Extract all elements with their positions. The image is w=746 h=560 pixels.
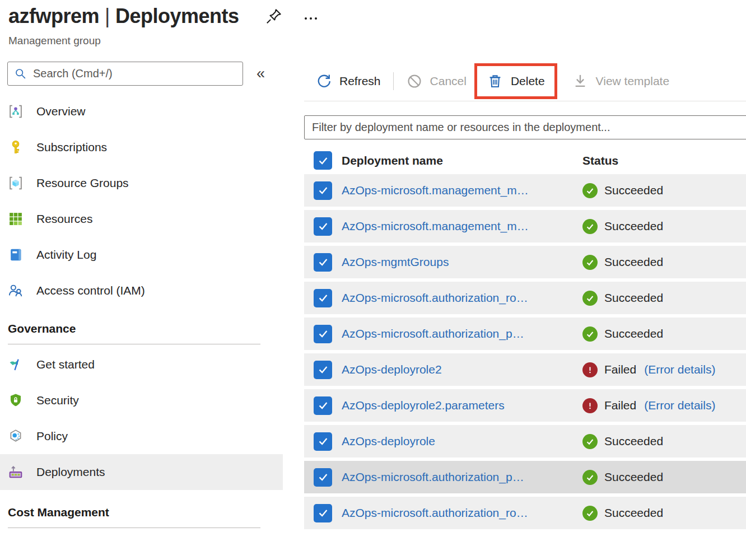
sidebar-item-security[interactable]: Security [0, 382, 283, 418]
filter-input[interactable] [304, 115, 746, 139]
blade-name: Deployments [115, 4, 239, 27]
column-header-deployment-name[interactable]: Deployment name [334, 154, 582, 167]
status-label: Succeeded [604, 220, 663, 233]
table-row: AzOps-deployrole2 Failed(Error details) [304, 353, 746, 386]
sidebar-item-deployments[interactable]: Deployments [0, 454, 283, 490]
table-row: AzOps-microsoft.authorization_ro… Succee… [304, 282, 746, 314]
section-divider [8, 344, 260, 344]
check-icon [317, 155, 329, 167]
refresh-button[interactable]: Refresh [315, 73, 381, 90]
sidebar-item-label: Resources [36, 212, 92, 226]
section-divider [8, 528, 260, 528]
toolbar-divider [393, 72, 394, 90]
deployment-link[interactable]: AzOps-microsoft.authorization_ro… [342, 291, 582, 305]
sidebar-item-label: Access control (IAM) [36, 284, 145, 297]
sidebar-item-label: Overview [36, 105, 86, 118]
succeeded-icon [582, 219, 598, 234]
hexagon-policy-icon [8, 428, 24, 444]
search-icon [14, 67, 27, 81]
sidebar-item-activity-log[interactable]: Activity Log [0, 237, 283, 273]
row-checkbox[interactable] [314, 181, 332, 200]
sidebar-item-label: Subscriptions [36, 141, 107, 154]
status-label: Succeeded [604, 435, 663, 448]
main-content: Refresh Cancel Delete View template [283, 62, 746, 533]
page-title: azfwprem|Deployments [8, 4, 239, 28]
collapse-sidebar-icon[interactable]: « [257, 65, 265, 82]
refresh-icon [315, 73, 332, 90]
succeeded-icon [582, 183, 598, 198]
table-row: AzOps-deployrole Succeeded [304, 425, 746, 458]
sidebar-item-resources[interactable]: Resources [0, 201, 283, 237]
status-label: Succeeded [604, 184, 663, 197]
sidebar-item-overview[interactable]: Overview [0, 94, 283, 129]
cube-icon [8, 175, 24, 191]
table-header-row: Deployment name Status [304, 147, 746, 174]
deployment-link[interactable]: AzOps-deployrole [342, 435, 582, 448]
succeeded-icon [582, 326, 598, 342]
row-checkbox[interactable] [314, 432, 332, 451]
failed-icon [582, 362, 598, 377]
search-input[interactable] [33, 67, 236, 80]
check-icon [317, 328, 329, 340]
sidebar-item-label: Policy [36, 430, 68, 443]
ellipsis-icon[interactable] [305, 13, 317, 20]
status-label: Succeeded [604, 470, 663, 484]
row-checkbox[interactable] [314, 504, 332, 522]
table-row: AzOps-microsoft.authorization_p… Succeed… [304, 318, 746, 350]
view-template-button[interactable]: View template [572, 73, 670, 90]
deployment-link[interactable]: AzOps-microsoft.authorization_ro… [342, 506, 582, 520]
check-icon [317, 399, 329, 412]
sidebar-item-get-started[interactable]: Get started [0, 347, 283, 382]
deployment-link[interactable]: AzOps-microsoft.authorization_p… [342, 327, 582, 340]
row-checkbox[interactable] [314, 396, 332, 415]
trash-icon [487, 73, 503, 90]
pin-icon[interactable] [264, 7, 283, 26]
deployment-link[interactable]: AzOps-mgmtGroups [342, 255, 582, 269]
row-checkbox[interactable] [314, 325, 332, 343]
cancel-label: Cancel [430, 74, 467, 88]
table-row: AzOps-microsoft.authorization_p… Succeed… [304, 461, 746, 493]
sidebar-item-label: Deployments [36, 465, 105, 479]
deploy-box-icon [8, 464, 24, 480]
refresh-label: Refresh [339, 74, 381, 88]
deployment-link[interactable]: AzOps-microsoft.management_m… [342, 184, 582, 197]
cancel-button[interactable]: Cancel [406, 73, 467, 90]
row-checkbox[interactable] [314, 289, 332, 307]
row-checkbox[interactable] [314, 361, 332, 379]
check-icon [317, 256, 329, 268]
check-icon [317, 507, 329, 519]
deployment-link[interactable]: AzOps-deployrole2.parameters [342, 399, 582, 412]
column-header-status[interactable]: Status [582, 154, 746, 167]
table-row: AzOps-microsoft.management_m… Succeeded [304, 210, 746, 242]
sidebar-search[interactable] [7, 62, 243, 86]
check-icon [317, 471, 329, 483]
delete-label: Delete [511, 74, 545, 88]
check-icon [317, 363, 329, 376]
deployment-link[interactable]: AzOps-microsoft.management_m… [342, 220, 582, 233]
deployment-link[interactable]: AzOps-deployrole2 [342, 363, 582, 376]
select-all-checkbox[interactable] [314, 151, 332, 170]
sidebar-item-subscriptions[interactable]: Subscriptions [0, 129, 283, 165]
succeeded-icon [582, 470, 598, 485]
table-row: AzOps-microsoft.authorization_ro… Succee… [304, 497, 746, 529]
row-checkbox[interactable] [314, 468, 332, 487]
sidebar-item-resource-groups[interactable]: Resource Groups [0, 165, 283, 201]
error-details-link[interactable]: (Error details) [644, 363, 715, 376]
error-details-link[interactable]: (Error details) [644, 399, 715, 412]
command-bar: Refresh Cancel Delete View template [304, 62, 746, 101]
grid-icon [8, 211, 24, 227]
sidebar-item-policy[interactable]: Policy [0, 418, 283, 454]
people-icon [8, 283, 24, 298]
sidebar-item-label: Activity Log [36, 248, 96, 262]
sidebar-item-access-control[interactable]: Access control (IAM) [0, 273, 283, 309]
hierarchy-icon [8, 104, 24, 119]
row-checkbox[interactable] [314, 217, 332, 236]
resource-name: azfwprem [8, 4, 99, 27]
deployment-link[interactable]: AzOps-microsoft.authorization_p… [342, 470, 582, 484]
table-row: AzOps-deployrole2.parameters Failed(Erro… [304, 389, 746, 422]
sidebar-section-governance: Governance [0, 322, 283, 335]
succeeded-icon [582, 434, 598, 449]
row-checkbox[interactable] [314, 253, 332, 272]
delete-button[interactable]: Delete [487, 73, 545, 90]
status-label: Succeeded [604, 291, 663, 305]
